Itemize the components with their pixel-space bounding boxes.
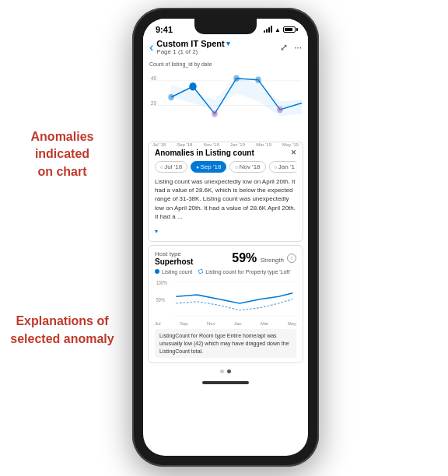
strength-value-block: 59% Strength — [232, 251, 284, 265]
see-more-button[interactable]: ▾ — [155, 228, 158, 235]
expand-icon[interactable]: ⤢ — [280, 42, 288, 53]
pagination-dot-2[interactable] — [227, 369, 231, 373]
x-mini-jan: Jan — [234, 321, 242, 326]
back-button[interactable]: ‹ — [149, 40, 153, 54]
battery-icon — [283, 26, 296, 33]
status-icons: ▲ — [264, 26, 296, 33]
x-label-mar19: Mar '19 — [256, 142, 271, 147]
legend-item-listing-count: Listing count — [155, 269, 192, 275]
pagination-dots — [143, 366, 308, 375]
header-title-block: Custom IT Spent ▾ Page 1 (1 of 2) — [156, 39, 229, 55]
explanation-type-block: Host type Superhost — [155, 250, 193, 266]
explanation-card: Host type Superhost 59% Strength i — [148, 245, 303, 363]
explanation-name: Superhost — [155, 257, 193, 266]
anomaly-panel-title: Anomalies in Listing count — [155, 149, 254, 157]
annotation-explanations: Explanations ofselected anomaly — [8, 313, 117, 348]
phone-screen: 9:41 ▲ ‹ — [143, 19, 308, 456]
svg-text:20: 20 — [151, 100, 156, 105]
app-header: ‹ Custom IT Spent ▾ Page 1 (1 of 2) ⤢ ··… — [143, 36, 308, 58]
x-mini-jul: Jul — [155, 321, 161, 326]
legend-item-property-loft: Listing count for Property type 'Loft' — [198, 269, 290, 275]
anomaly-panel-header: Anomalies in Listing count × — [155, 147, 296, 158]
info-icon[interactable]: i — [287, 254, 296, 263]
pagination-dot-1[interactable] — [220, 369, 224, 373]
anomaly-tab-jan19[interactable]: Jan '1 — [269, 161, 296, 173]
svg-point-7 — [233, 75, 239, 81]
anomaly-tab-nov18[interactable]: Nov '18 — [229, 161, 265, 173]
x-mini-sep: Sep — [180, 321, 188, 326]
phone-frame: 9:41 ▲ ‹ — [132, 8, 319, 467]
svg-text:100%: 100% — [156, 280, 168, 285]
main-chart-svg: 40 20 — [149, 68, 302, 138]
strength-block: 59% Strength i — [232, 251, 296, 265]
left-annotations: Anomalies indicatedon chart Explanations… — [0, 0, 124, 476]
header-right: ⤢ ··· — [280, 42, 302, 53]
anomaly-panel: Anomalies in Listing count × Jul '18 Sep… — [148, 142, 303, 242]
signal-bars-icon — [264, 26, 272, 33]
chart-label: Count of listing_id by date — [149, 61, 302, 67]
svg-point-9 — [277, 107, 282, 113]
home-indicator[interactable] — [202, 381, 249, 384]
x-label-nov18: Nov '18 — [204, 142, 219, 147]
status-time: 9:41 — [156, 25, 173, 34]
status-bar: 9:41 ▲ — [143, 19, 308, 36]
svg-point-5 — [189, 82, 196, 91]
anomaly-tab-sep18[interactable]: Sep '18 — [191, 161, 226, 173]
header-left: ‹ Custom IT Spent ▾ Page 1 (1 of 2) — [149, 39, 230, 55]
mini-chart-svg: 100% 50% — [155, 278, 296, 320]
anomaly-close-button[interactable]: × — [291, 147, 296, 158]
dropdown-chevron-icon[interactable]: ▾ — [226, 40, 230, 47]
anomaly-tabs: Jul '18 Sep '18 Nov '18 Jan '1 — [155, 161, 296, 173]
anomaly-tab-jul18[interactable]: Jul '18 — [155, 161, 187, 173]
svg-point-4 — [168, 94, 173, 100]
phone-bottom — [143, 375, 308, 390]
strength-label: Strength — [261, 257, 284, 264]
mini-chart-legend: Listing count Listing count for Property… — [155, 269, 296, 275]
svg-text:50%: 50% — [156, 297, 165, 303]
anomaly-description: Listing count was unexpectedly low on Ap… — [155, 177, 296, 221]
mini-chart-x-labels: Jul Sep Nov Jan Mar May — [155, 321, 296, 326]
legend-dot-loft — [198, 269, 203, 274]
x-label-jan19: Jan '19 — [230, 142, 245, 147]
mini-chart: 100% 50% — [155, 278, 296, 320]
svg-point-8 — [255, 77, 261, 83]
svg-point-6 — [212, 110, 217, 117]
annotation-anomalies: Anomalies indicatedon chart — [8, 128, 117, 180]
x-mini-may: May — [288, 321, 296, 326]
more-options-icon[interactable]: ··· — [294, 42, 302, 53]
explanation-header: Host type Superhost 59% Strength i — [155, 250, 296, 266]
chart-section: Count of listing_id by date 40 20 — [143, 58, 308, 138]
header-subtitle: Page 1 (1 of 2) — [156, 48, 229, 55]
x-label-may19: May '19 — [282, 142, 299, 147]
phone-wrapper: 9:41 ▲ ‹ — [132, 8, 319, 467]
legend-label-loft: Listing count for Property type 'Loft' — [205, 269, 290, 275]
explanation-type-label: Host type — [155, 250, 193, 257]
x-label-sep18: Sep '18 — [177, 142, 192, 147]
svg-text:40: 40 — [151, 75, 156, 80]
header-title: Custom IT Spent ▾ — [156, 39, 229, 48]
strength-percentage: 59% — [232, 251, 257, 264]
x-mini-mar: Mar — [261, 321, 268, 326]
legend-dot-listing — [155, 269, 159, 274]
legend-label-listing: Listing count — [162, 269, 192, 275]
x-label-jul18: Jul '18 — [152, 142, 166, 147]
main-chart[interactable]: 40 20 — [149, 68, 302, 138]
x-mini-nov: Nov — [207, 321, 215, 326]
wifi-icon: ▲ — [275, 26, 281, 33]
explanation-footer: ListingCount for Room type Entire home/a… — [155, 329, 296, 358]
